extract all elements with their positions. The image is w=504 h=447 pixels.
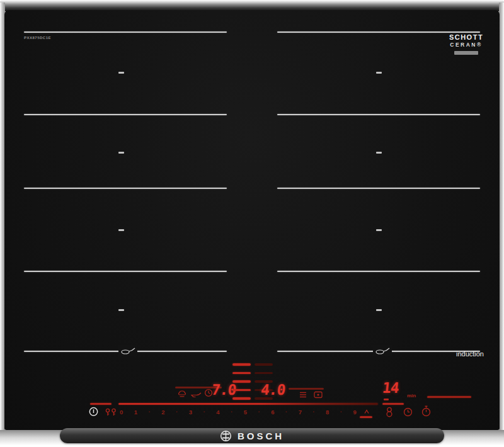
slider-step-12[interactable]: · — [285, 410, 287, 415]
right-zone-power-display: 4.0 — [260, 382, 286, 398]
pan-symbol-icon — [118, 345, 137, 356]
pan-position-dash — [376, 72, 382, 74]
slider-step-5[interactable]: 3 — [189, 409, 192, 416]
front-panel-bar: BOSCH — [60, 428, 444, 443]
zone-line — [24, 271, 227, 272]
timer-display: 14 — [382, 380, 399, 396]
schott-logo-line2: CERAN® — [447, 42, 485, 48]
zone-line — [277, 114, 480, 115]
power-slider-line — [118, 403, 378, 405]
flex-level-bar — [232, 389, 251, 392]
induction-label: induction — [456, 350, 484, 358]
bosch-wordmark: BOSCH — [238, 431, 284, 441]
hob-right-edge-trim — [499, 3, 504, 442]
flex-level-bar — [232, 380, 251, 383]
pan-icon[interactable] — [190, 391, 202, 398]
slider-step-11[interactable]: 6 — [271, 409, 274, 416]
slider-step-6[interactable]: · — [203, 410, 205, 415]
schott-logo-line1: SCHOTT — [447, 33, 485, 41]
timer-unit-label: min — [407, 393, 416, 399]
power-line — [90, 403, 112, 405]
kitchen-clock-icon[interactable] — [403, 407, 413, 417]
child-lock-icon[interactable] — [105, 408, 118, 417]
chef-hat-icon[interactable] — [178, 390, 186, 398]
pan-position-dash — [376, 229, 382, 231]
grid-icon[interactable] — [299, 391, 307, 399]
pan-position-dash — [376, 309, 382, 311]
pan-position-dash — [118, 229, 124, 231]
slider-step-9[interactable]: 5 — [244, 409, 247, 416]
flex-level-bar — [255, 363, 273, 366]
slider-step-3[interactable]: 2 — [161, 409, 164, 416]
pan-box-icon[interactable] — [314, 391, 323, 399]
boost-underline — [360, 416, 372, 418]
power-slider[interactable]: 01·2·3·4·5·6·7·8·9 — [120, 407, 357, 417]
sensor-line — [382, 403, 404, 405]
pan-position-dash — [118, 152, 124, 154]
slider-step-17[interactable]: 9 — [353, 409, 357, 416]
schott-ceran-logo: SCHOTT CERAN® — [447, 33, 485, 55]
zone-line — [277, 31, 480, 33]
zone-line — [277, 271, 480, 272]
slider-step-2[interactable]: · — [148, 410, 150, 415]
flex-level-bar — [232, 372, 251, 375]
slider-step-4[interactable]: · — [176, 410, 178, 415]
flex-level-bar — [232, 397, 251, 400]
pot-icon[interactable] — [385, 407, 394, 417]
boost-icon[interactable] — [363, 408, 370, 416]
zone-line — [277, 188, 480, 189]
ceramic-glass-surface — [4, 10, 500, 430]
power-icon[interactable] — [88, 406, 99, 417]
zone-line — [24, 31, 227, 33]
slider-step-0[interactable]: 0 — [120, 409, 123, 416]
flex-bars-left — [232, 363, 251, 400]
slider-step-15[interactable]: 8 — [326, 409, 329, 416]
pan-position-dash — [118, 309, 124, 311]
pan-position-dash — [376, 152, 382, 154]
bosch-induction-hob-photo: PXX875DC1E SCHOTT CERAN® induction 7.0 4… — [0, 0, 504, 447]
ceran-small-badge — [454, 51, 478, 55]
pan-symbol-icon — [373, 345, 392, 356]
slider-step-1[interactable]: 1 — [134, 409, 137, 416]
zone-line — [24, 114, 227, 115]
timer-zone-dot — [384, 399, 389, 400]
timer-line — [427, 396, 471, 398]
flex-level-bar — [255, 372, 273, 375]
slider-step-16[interactable]: · — [340, 410, 342, 415]
stopwatch-icon[interactable] — [421, 405, 432, 417]
slider-step-10[interactable]: · — [258, 410, 260, 415]
slider-step-13[interactable]: 7 — [299, 409, 302, 416]
flex-level-bar — [232, 363, 251, 366]
right-function-line — [289, 388, 324, 390]
pan-position-dash — [118, 72, 124, 74]
bosch-armature-icon — [220, 430, 232, 442]
model-number-label: PXX875DC1E — [24, 36, 51, 40]
zone-line — [24, 188, 227, 189]
slider-step-7[interactable]: 4 — [216, 409, 219, 416]
slider-step-14[interactable]: · — [312, 410, 314, 415]
slider-step-8[interactable]: · — [231, 410, 232, 415]
